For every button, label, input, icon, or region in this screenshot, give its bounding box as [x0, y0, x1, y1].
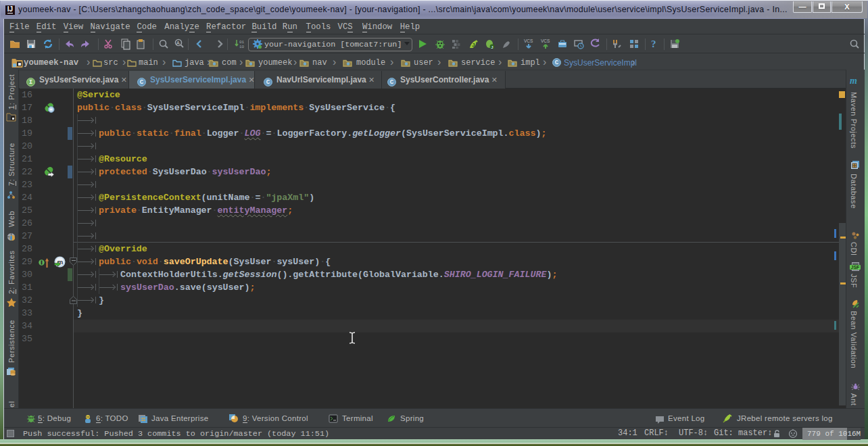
svg-text:10: 10	[239, 45, 245, 49]
svg-text:VCS: VCS	[541, 39, 550, 43]
svg-text:VCS: VCS	[524, 39, 533, 43]
svg-text:J: J	[472, 42, 475, 48]
svg-text:01: 01	[239, 40, 245, 45]
svg-text:J: J	[491, 45, 493, 49]
svg-text:?: ?	[651, 39, 656, 49]
svg-text:JSF: JSF	[851, 265, 861, 270]
svg-text:A: A	[176, 41, 180, 45]
